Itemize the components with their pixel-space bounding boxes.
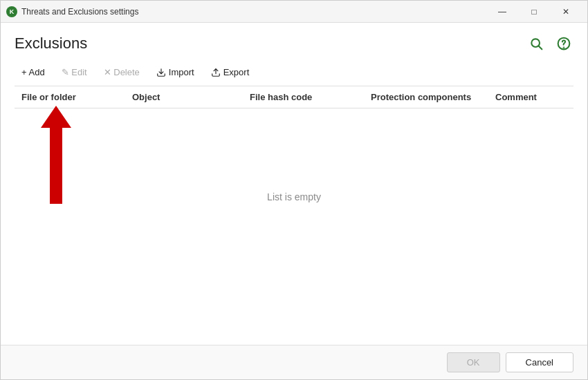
minimize-button[interactable]: — (486, 1, 518, 23)
delete-button[interactable]: ✕ Delete (97, 64, 147, 80)
export-button[interactable]: Export (204, 64, 257, 80)
help-button[interactable] (554, 34, 573, 53)
page-title: Exclusions (15, 35, 87, 53)
svg-point-3 (564, 47, 564, 48)
ok-button[interactable]: OK (447, 352, 500, 372)
footer: OK Cancel (1, 345, 587, 379)
main-content: Exclusions + Add ✎ Edit ✕ Delete (1, 23, 587, 345)
svg-line-1 (539, 46, 542, 50)
add-button[interactable]: + Add (15, 64, 52, 80)
title-bar-left: Threats and Exclusions settings (6, 6, 138, 17)
table-container: File or folder Object File hash code Pro… (15, 86, 573, 345)
col-file-hash: File hash code (243, 86, 364, 108)
help-icon (557, 37, 571, 50)
export-icon (211, 68, 221, 77)
empty-row: List is empty (15, 108, 573, 286)
toolbar: + Add ✎ Edit ✕ Delete Import Export (15, 64, 573, 86)
close-button[interactable]: ✕ (550, 1, 582, 23)
import-icon (156, 68, 166, 77)
exclusions-table: File or folder Object File hash code Pro… (15, 86, 573, 285)
edit-button[interactable]: ✎ Edit (55, 64, 94, 80)
kaspersky-icon (6, 6, 17, 17)
col-protection: Protection components (364, 86, 488, 108)
page-header: Exclusions (15, 34, 573, 53)
window-title: Threats and Exclusions settings (21, 7, 138, 17)
title-bar: Threats and Exclusions settings — □ ✕ (1, 1, 587, 23)
cancel-button[interactable]: Cancel (506, 352, 573, 372)
import-button[interactable]: Import (149, 64, 201, 80)
col-file-folder: File or folder (15, 86, 125, 108)
search-button[interactable] (526, 34, 546, 53)
title-bar-controls: — □ ✕ (486, 1, 582, 23)
header-icons (526, 34, 573, 53)
search-icon (529, 37, 543, 50)
table-header-row: File or folder Object File hash code Pro… (15, 86, 573, 108)
maximize-button[interactable]: □ (518, 1, 550, 23)
empty-message: List is empty (15, 108, 573, 285)
col-comment: Comment (488, 86, 573, 108)
col-object: Object (125, 86, 243, 108)
